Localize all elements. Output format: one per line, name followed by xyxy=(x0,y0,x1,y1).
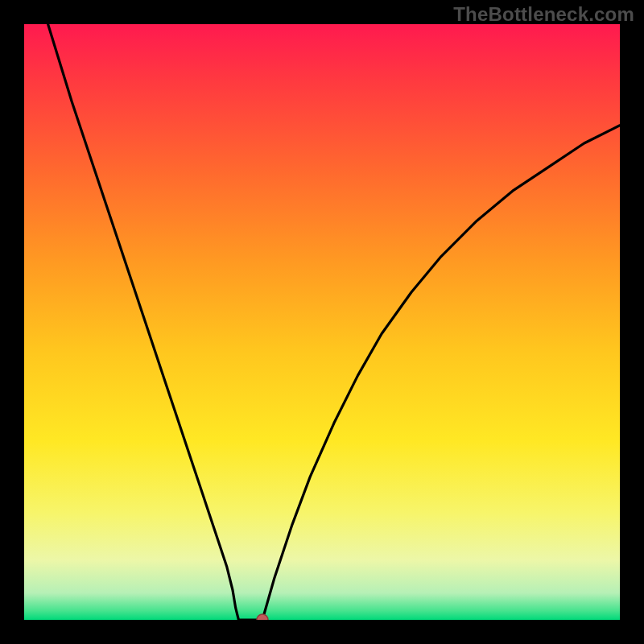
plot-frame xyxy=(24,24,620,620)
watermark-text: TheBottleneck.com xyxy=(453,3,634,26)
optimum-marker xyxy=(257,614,268,620)
chart-stage: TheBottleneck.com xyxy=(0,0,644,644)
heat-background xyxy=(24,24,620,620)
bottleneck-chart xyxy=(24,24,620,620)
